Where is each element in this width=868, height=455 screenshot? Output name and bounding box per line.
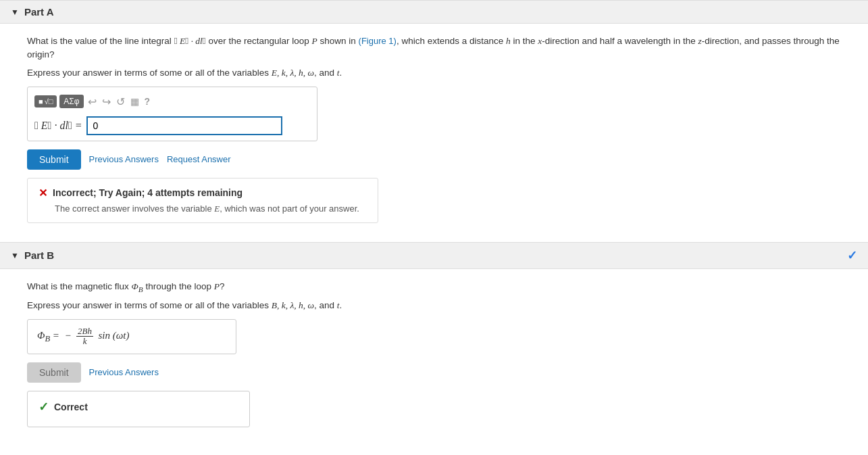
feedback-status-text: Incorrect; Try Again; 4 attempts remaini… [53, 187, 242, 198]
chevron-down-icon: ▼ [11, 7, 19, 17]
submit-button[interactable]: Submit [27, 149, 81, 170]
math-fraction: 2Bh k [76, 327, 93, 347]
undo-button[interactable]: ↩ [86, 93, 98, 111]
part-b-question: What is the magnetic flux ΦB through the… [27, 280, 841, 295]
part-a-section: ▼ Part A What is the value of the line i… [0, 0, 868, 237]
reset-button[interactable]: ↺ [115, 93, 126, 111]
check-icon: ✓ [39, 400, 49, 414]
math-input-row: ∮ E⃗ · dl⃗ = 0 [34, 116, 310, 135]
answer-display-box: ΦB = − 2Bh k sin (ωt) [27, 319, 236, 354]
correct-checkmark-icon: ✓ [847, 248, 857, 263]
math-integral-label: ∮ E⃗ · dl⃗ = [34, 120, 82, 132]
part-a-question: What is the value of the line integral ∮… [27, 34, 841, 62]
part-b-submit-row: Submit Previous Answers [27, 362, 841, 383]
math-input-container: ■ √□ ΑΣφ ↩ ↪ ↺ ▦ ? ∮ E⃗ · dl⃗ = 0 [27, 87, 317, 141]
feedback-title: ✕ Incorrect; Try Again; 4 attempts remai… [39, 187, 367, 199]
symbols-button[interactable]: ΑΣφ [59, 95, 83, 108]
previous-answers-link[interactable]: Previous Answers [89, 154, 159, 164]
part-b-feedback: ✓ Correct [27, 391, 250, 427]
part-b-header[interactable]: ▼ Part B ✓ [0, 242, 868, 269]
fractions-button[interactable]: ■ √□ [34, 95, 57, 107]
part-a-feedback: ✕ Incorrect; Try Again; 4 attempts remai… [27, 178, 378, 223]
part-a-header[interactable]: ▼ Part A [0, 0, 868, 24]
part-b-body: What is the magnetic flux ΦB through the… [0, 269, 868, 441]
x-icon: ✕ [39, 187, 47, 199]
part-a-body: What is the value of the line integral ∮… [0, 24, 868, 237]
part-a-express: Express your answer in terms of some or … [27, 68, 841, 78]
feedback-correct-text: Correct [54, 402, 88, 412]
submit-button-disabled: Submit [27, 362, 81, 383]
part-b-express: Express your answer in terms of some or … [27, 300, 841, 311]
previous-answers-link-b[interactable]: Previous Answers [89, 367, 159, 377]
keyboard-button[interactable]: ▦ [129, 93, 141, 110]
math-answer-input[interactable]: 0 [86, 116, 282, 135]
part-a-submit-row: Submit Previous Answers Request Answer [27, 149, 841, 170]
part-a-title: Part A [24, 6, 54, 18]
redo-button[interactable]: ↪ [101, 93, 112, 111]
help-button[interactable]: ? [143, 93, 152, 110]
feedback-detail: The correct answer involves the variable… [55, 203, 367, 214]
part-b-section: ▼ Part B ✓ What is the magnetic flux ΦB … [0, 242, 868, 441]
math-toolbar: ■ √□ ΑΣφ ↩ ↪ ↺ ▦ ? [34, 93, 310, 111]
feedback-correct-title: ✓ Correct [39, 400, 238, 414]
chevron-down-icon-b: ▼ [11, 251, 19, 260]
request-answer-link[interactable]: Request Answer [167, 154, 231, 164]
figure-link[interactable]: (Figure 1) [359, 36, 397, 46]
part-b-title: Part B [24, 249, 54, 261]
